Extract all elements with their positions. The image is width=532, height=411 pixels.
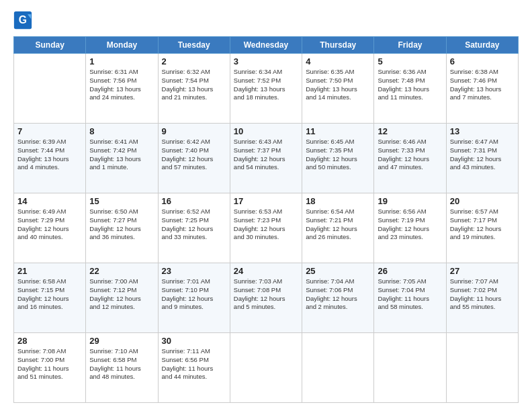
calendar-cell: 18Sunrise: 6:54 AM Sunset: 7:21 PM Dayli…	[302, 193, 374, 263]
day-info: Sunrise: 6:57 AM Sunset: 7:17 PM Dayligh…	[450, 208, 515, 242]
calendar-cell	[302, 333, 374, 403]
day-info: Sunrise: 6:35 AM Sunset: 7:50 PM Dayligh…	[306, 68, 370, 102]
calendar-cell: 30Sunrise: 7:11 AM Sunset: 6:56 PM Dayli…	[158, 333, 230, 403]
day-info: Sunrise: 6:56 AM Sunset: 7:19 PM Dayligh…	[378, 208, 442, 242]
calendar-cell	[446, 333, 518, 403]
day-number: 9	[162, 126, 226, 136]
day-number: 18	[306, 196, 370, 206]
day-number: 13	[450, 126, 515, 136]
calendar-cell: 3Sunrise: 6:34 AM Sunset: 7:52 PM Daylig…	[230, 54, 302, 124]
calendar-day-header: Wednesday	[230, 37, 302, 54]
calendar-cell: 28Sunrise: 7:08 AM Sunset: 7:00 PM Dayli…	[14, 333, 86, 403]
calendar-cell: 24Sunrise: 7:03 AM Sunset: 7:08 PM Dayli…	[230, 263, 302, 333]
day-number: 2	[162, 56, 226, 66]
day-number: 11	[306, 126, 370, 136]
calendar-cell: 11Sunrise: 6:45 AM Sunset: 7:35 PM Dayli…	[302, 124, 374, 193]
day-number: 21	[17, 266, 82, 276]
calendar-day-header: Saturday	[446, 37, 518, 54]
svg-text:G: G	[19, 14, 27, 26]
calendar-cell: 27Sunrise: 7:07 AM Sunset: 7:02 PM Dayli…	[446, 263, 518, 333]
day-number: 10	[234, 126, 298, 136]
calendar-cell: 1Sunrise: 6:31 AM Sunset: 7:56 PM Daylig…	[86, 54, 158, 124]
calendar-cell: 12Sunrise: 6:46 AM Sunset: 7:33 PM Dayli…	[374, 124, 446, 193]
calendar-cell: 13Sunrise: 6:47 AM Sunset: 7:31 PM Dayli…	[446, 124, 518, 193]
calendar-cell: 16Sunrise: 6:52 AM Sunset: 7:25 PM Dayli…	[158, 193, 230, 263]
day-number: 25	[306, 266, 370, 276]
calendar-cell: 4Sunrise: 6:35 AM Sunset: 7:50 PM Daylig…	[302, 54, 374, 124]
calendar-cell: 23Sunrise: 7:01 AM Sunset: 7:10 PM Dayli…	[158, 263, 230, 333]
calendar-cell: 6Sunrise: 6:38 AM Sunset: 7:46 PM Daylig…	[446, 54, 518, 124]
day-info: Sunrise: 6:50 AM Sunset: 7:27 PM Dayligh…	[89, 208, 154, 242]
day-info: Sunrise: 7:03 AM Sunset: 7:08 PM Dayligh…	[234, 277, 298, 312]
day-info: Sunrise: 6:49 AM Sunset: 7:29 PM Dayligh…	[17, 208, 82, 242]
calendar-cell: 21Sunrise: 6:58 AM Sunset: 7:15 PM Dayli…	[14, 263, 86, 333]
day-info: Sunrise: 7:05 AM Sunset: 7:04 PM Dayligh…	[378, 277, 442, 312]
day-info: Sunrise: 6:52 AM Sunset: 7:25 PM Dayligh…	[162, 208, 226, 242]
day-info: Sunrise: 6:36 AM Sunset: 7:48 PM Dayligh…	[378, 68, 442, 102]
day-number: 22	[89, 266, 154, 276]
day-info: Sunrise: 6:31 AM Sunset: 7:56 PM Dayligh…	[89, 68, 154, 102]
day-number: 26	[378, 266, 442, 276]
day-number: 3	[234, 56, 298, 66]
day-number: 15	[89, 196, 154, 206]
calendar-week-row: 28Sunrise: 7:08 AM Sunset: 7:00 PM Dayli…	[14, 333, 519, 403]
calendar-cell: 2Sunrise: 6:32 AM Sunset: 7:54 PM Daylig…	[158, 54, 230, 124]
calendar-cell	[14, 54, 86, 124]
calendar-cell	[374, 333, 446, 403]
day-info: Sunrise: 7:10 AM Sunset: 6:58 PM Dayligh…	[89, 347, 154, 381]
calendar-cell: 9Sunrise: 6:42 AM Sunset: 7:40 PM Daylig…	[158, 124, 230, 193]
day-number: 29	[89, 336, 154, 346]
day-info: Sunrise: 7:07 AM Sunset: 7:02 PM Dayligh…	[450, 277, 515, 312]
day-info: Sunrise: 6:38 AM Sunset: 7:46 PM Dayligh…	[450, 68, 515, 102]
calendar-cell	[230, 333, 302, 403]
day-info: Sunrise: 7:11 AM Sunset: 6:56 PM Dayligh…	[162, 347, 226, 381]
calendar-week-row: 7Sunrise: 6:39 AM Sunset: 7:44 PM Daylig…	[14, 124, 519, 193]
day-number: 4	[306, 56, 370, 66]
day-number: 6	[450, 56, 515, 66]
day-info: Sunrise: 6:45 AM Sunset: 7:35 PM Dayligh…	[306, 138, 370, 172]
calendar-day-header: Friday	[374, 37, 446, 54]
day-info: Sunrise: 7:08 AM Sunset: 7:00 PM Dayligh…	[17, 347, 82, 381]
calendar-day-header: Monday	[86, 37, 158, 54]
calendar-week-row: 21Sunrise: 6:58 AM Sunset: 7:15 PM Dayli…	[14, 263, 519, 333]
calendar-cell: 8Sunrise: 6:41 AM Sunset: 7:42 PM Daylig…	[86, 124, 158, 193]
calendar-cell: 22Sunrise: 7:00 AM Sunset: 7:12 PM Dayli…	[86, 263, 158, 333]
calendar-cell: 5Sunrise: 6:36 AM Sunset: 7:48 PM Daylig…	[374, 54, 446, 124]
day-number: 27	[450, 266, 515, 276]
calendar-week-row: 14Sunrise: 6:49 AM Sunset: 7:29 PM Dayli…	[14, 193, 519, 263]
day-number: 20	[450, 196, 515, 206]
day-info: Sunrise: 7:00 AM Sunset: 7:12 PM Dayligh…	[89, 277, 154, 312]
day-number: 12	[378, 126, 442, 136]
day-number: 14	[17, 196, 82, 206]
day-number: 24	[234, 266, 298, 276]
day-number: 16	[162, 196, 226, 206]
day-info: Sunrise: 6:42 AM Sunset: 7:40 PM Dayligh…	[162, 138, 226, 172]
day-info: Sunrise: 6:58 AM Sunset: 7:15 PM Dayligh…	[17, 277, 82, 312]
calendar-day-header: Sunday	[14, 37, 86, 54]
page-header: G	[13, 11, 519, 30]
day-info: Sunrise: 7:01 AM Sunset: 7:10 PM Dayligh…	[162, 277, 226, 312]
day-number: 8	[89, 126, 154, 136]
day-info: Sunrise: 6:43 AM Sunset: 7:37 PM Dayligh…	[234, 138, 298, 172]
logo-icon: G	[13, 11, 32, 30]
day-number: 30	[162, 336, 226, 346]
calendar-day-header: Tuesday	[158, 37, 230, 54]
calendar-cell: 17Sunrise: 6:53 AM Sunset: 7:23 PM Dayli…	[230, 193, 302, 263]
day-info: Sunrise: 6:32 AM Sunset: 7:54 PM Dayligh…	[162, 68, 226, 102]
day-info: Sunrise: 6:53 AM Sunset: 7:23 PM Dayligh…	[234, 208, 298, 242]
day-number: 5	[378, 56, 442, 66]
calendar-cell: 20Sunrise: 6:57 AM Sunset: 7:17 PM Dayli…	[446, 193, 518, 263]
calendar-cell: 7Sunrise: 6:39 AM Sunset: 7:44 PM Daylig…	[14, 124, 86, 193]
day-number: 17	[234, 196, 298, 206]
calendar-cell: 25Sunrise: 7:04 AM Sunset: 7:06 PM Dayli…	[302, 263, 374, 333]
calendar-cell: 14Sunrise: 6:49 AM Sunset: 7:29 PM Dayli…	[14, 193, 86, 263]
day-number: 23	[162, 266, 226, 276]
day-number: 19	[378, 196, 442, 206]
day-info: Sunrise: 6:41 AM Sunset: 7:42 PM Dayligh…	[89, 138, 154, 172]
logo: G	[13, 11, 35, 30]
calendar-table: SundayMondayTuesdayWednesdayThursdayFrid…	[13, 36, 519, 403]
day-number: 1	[89, 56, 154, 66]
calendar-cell: 19Sunrise: 6:56 AM Sunset: 7:19 PM Dayli…	[374, 193, 446, 263]
calendar-day-header: Thursday	[302, 37, 374, 54]
day-info: Sunrise: 6:47 AM Sunset: 7:31 PM Dayligh…	[450, 138, 515, 172]
